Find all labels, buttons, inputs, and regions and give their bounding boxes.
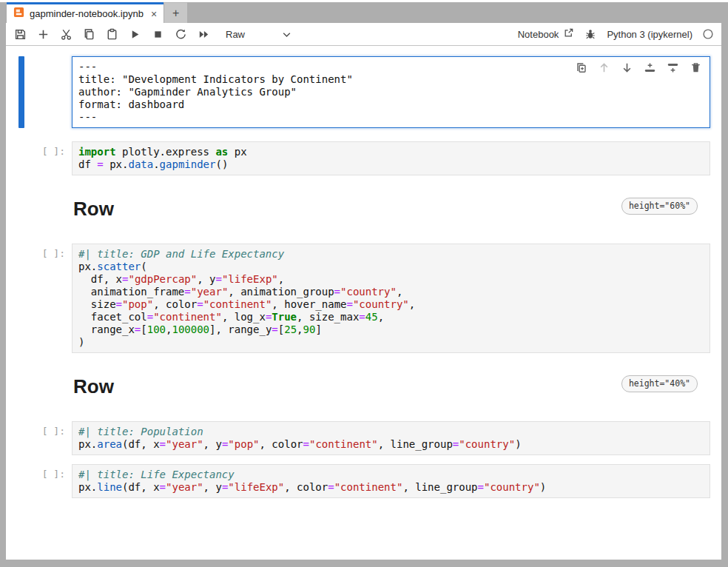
code-line: author: "Gapminder Analytics Group"	[78, 86, 704, 98]
kernel-status-circle-icon[interactable]	[702, 28, 714, 40]
code-line: df, x="gdpPercap", y="lifeExp",	[78, 273, 704, 286]
jupyterlab-window: gapminder-notebook.ipynb × +	[0, 2, 728, 567]
external-link-icon	[563, 27, 574, 41]
code-line: animation_frame="year", animation_group=…	[78, 286, 704, 298]
section-heading: Row	[73, 198, 710, 220]
code-line: ---	[78, 111, 704, 124]
section-heading: Row	[73, 375, 710, 397]
paste-cells-button[interactable]	[105, 27, 118, 41]
cut-cells-button[interactable]	[59, 27, 73, 41]
run-cell-button[interactable]	[128, 27, 141, 41]
code-line: df = px.data.gapminder()	[78, 158, 704, 171]
cells: ---title: "Development Indicators by Con…	[6, 56, 721, 498]
notebook-panel: Raw Notebook Python 3 (ipykernel) ---	[6, 23, 721, 560]
execution-prompt: [ ]:	[6, 426, 65, 437]
cell-toolbar	[575, 61, 702, 74]
code-cell[interactable]: [ ]:#| title: GDP and Life Expectancypx.…	[6, 244, 710, 353]
code-line: px.area(df, x="year", y="pop", color="co…	[78, 438, 704, 451]
move-down-icon[interactable]	[621, 61, 633, 74]
execution-prompt: [ ]:	[6, 146, 65, 157]
cell-type-dropdown[interactable]: Raw	[226, 29, 291, 40]
execution-prompt: [ ]:	[6, 469, 65, 480]
cell-editor[interactable]: import plotly.express as pxdf = px.data.…	[72, 141, 710, 175]
move-up-icon[interactable]	[598, 61, 610, 74]
code-line: size="pop", color="continent", hover_nam…	[78, 298, 704, 311]
duplicate-cell-button[interactable]	[575, 61, 587, 74]
code-line: import plotly.express as px	[78, 146, 704, 158]
code-line: #| title: Population	[78, 426, 704, 438]
cell-collapser[interactable]	[18, 56, 24, 128]
code-cell[interactable]: [ ]:#| title: Populationpx.area(df, x="y…	[6, 421, 710, 455]
debugger-bug-button[interactable]	[584, 27, 597, 41]
interrupt-kernel-button[interactable]	[151, 27, 164, 41]
restart-kernel-button[interactable]	[174, 27, 187, 41]
cell-attribute-badge: height="40%"	[621, 375, 698, 392]
insert-above-icon[interactable]	[644, 61, 656, 74]
cell-collapser[interactable]	[18, 244, 24, 353]
code-cell[interactable]: [ ]:import plotly.express as pxdf = px.d…	[6, 141, 710, 175]
cell-editor[interactable]: #| title: Populationpx.area(df, x="year"…	[72, 421, 710, 455]
markdown-cell[interactable]: Rowheight="40%"	[6, 375, 710, 405]
tab-title: gapminder-notebook.ipynb	[30, 8, 144, 19]
new-tab-button[interactable]: +	[164, 2, 187, 23]
copy-cells-button[interactable]	[82, 27, 95, 41]
notebook-toolbar: Raw Notebook Python 3 (ipykernel)	[6, 23, 721, 46]
cell-editor[interactable]: #| title: GDP and Life Expectancypx.scat…	[72, 244, 710, 353]
close-icon[interactable]: ×	[151, 9, 157, 19]
markdown-cell[interactable]: Rowheight="60%"	[6, 198, 710, 227]
cell-type-value: Raw	[226, 29, 245, 40]
cell-attribute-badge: height="60%"	[621, 198, 698, 215]
tab-bar: gapminder-notebook.ipynb × +	[0, 2, 728, 23]
cell-editor[interactable]: #| title: Life Expectancypx.line(df, x="…	[72, 464, 710, 498]
code-line: #| title: Life Expectancy	[78, 469, 704, 481]
cell-editor[interactable]: ---title: "Development Indicators by Con…	[72, 56, 710, 128]
add-cell-button[interactable]	[36, 27, 50, 41]
code-line: )	[78, 336, 704, 349]
insert-below-icon[interactable]	[667, 61, 679, 74]
notebook-file-icon	[13, 7, 24, 21]
execution-prompt: [ ]:	[6, 248, 65, 259]
code-line: range_x=[100,100000], range_y=[25,90]	[78, 323, 704, 336]
code-line: px.line(df, x="year", y="lifeExp", color…	[78, 481, 704, 494]
notebook-mode-button[interactable]: Notebook	[518, 27, 575, 41]
code-line: facet_col="continent", log_x=True, size_…	[78, 311, 704, 323]
code-line: title: "Development Indicators by Contin…	[78, 73, 704, 86]
code-line: format: dashboard	[78, 98, 704, 111]
kernel-name-button[interactable]: Python 3 (ipykernel)	[607, 29, 692, 40]
trash-icon[interactable]	[690, 61, 702, 74]
notebook-content: ---title: "Development Indicators by Con…	[6, 46, 721, 560]
code-cell[interactable]: [ ]:#| title: Life Expectancypx.line(df,…	[6, 464, 710, 498]
code-line: #| title: GDP and Life Expectancy	[78, 248, 704, 261]
raw-cell[interactable]: ---title: "Development Indicators by Con…	[6, 56, 710, 128]
plus-icon: +	[172, 7, 179, 20]
notebook-mode-label: Notebook	[518, 29, 559, 40]
restart-run-all-button[interactable]	[197, 27, 210, 41]
tab-gapminder-notebook[interactable]: gapminder-notebook.ipynb ×	[7, 2, 164, 23]
save-button[interactable]	[13, 27, 27, 41]
code-line: px.scatter(	[78, 261, 704, 273]
chevron-down-icon	[283, 29, 291, 40]
